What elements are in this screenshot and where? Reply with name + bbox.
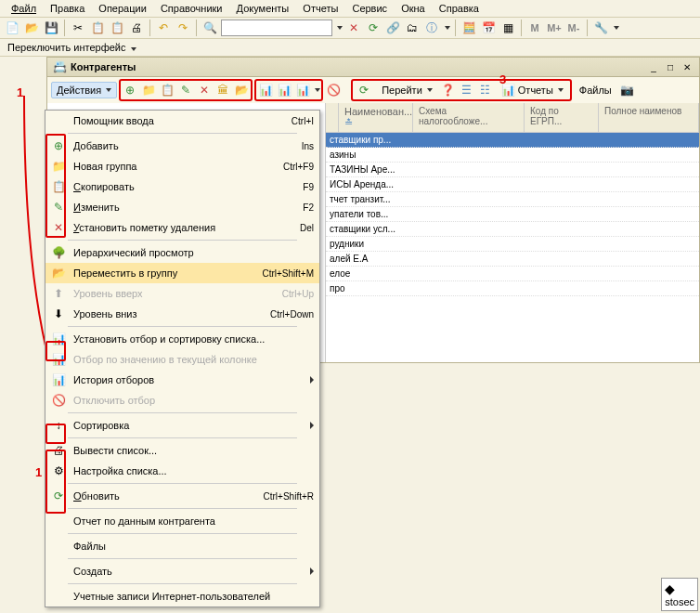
table-row[interactable]: рудники: [326, 237, 699, 252]
menu-separator: [68, 583, 297, 584]
delete-mark-icon[interactable]: ✕: [196, 82, 213, 98]
table-row[interactable]: ИСЫ Аренда...: [326, 177, 699, 192]
menu-item-21[interactable]: Учетные записи Интернет-пользователей: [45, 586, 319, 606]
table-row[interactable]: ставщики усл...: [326, 222, 699, 237]
link-icon[interactable]: 🔗: [384, 20, 401, 36]
menu-item-2[interactable]: 📁Новая группаCtrl+F9: [45, 156, 319, 176]
menu-directories[interactable]: Справочники: [155, 1, 228, 16]
down-icon: ⬇: [51, 306, 66, 321]
add-icon[interactable]: ⊕: [122, 82, 138, 98]
menu-item-15[interactable]: 🖨Вывести список...: [45, 440, 319, 461]
m-plus-button[interactable]: M+: [546, 20, 563, 36]
filter-set-icon[interactable]: 📊: [257, 82, 274, 98]
close-search-icon[interactable]: ✕: [345, 20, 362, 36]
menu-item-0[interactable]: Помощник вводаCtrl+I: [45, 111, 319, 131]
menu-item-14[interactable]: ↕Сортировка: [45, 415, 319, 436]
table-row[interactable]: тчет транзит...: [326, 192, 699, 207]
grid-icon[interactable]: ▦: [499, 20, 516, 36]
menu-item-7[interactable]: 📂Переместить в группуCtrl+Shift+M: [45, 263, 319, 283]
filter-col-icon[interactable]: 📊: [276, 82, 292, 98]
cut-icon[interactable]: ✂: [70, 20, 86, 36]
refresh-icon[interactable]: ⟳: [365, 20, 382, 36]
menu-item-9[interactable]: ⬇Уровень внизCtrl+Down: [45, 304, 319, 324]
menu-service[interactable]: Сервис: [346, 1, 393, 16]
camera-icon[interactable]: 📷: [619, 82, 636, 98]
paste-icon[interactable]: 📋: [109, 20, 125, 36]
menu-label: Отбор по значению в текущей колонке: [73, 354, 314, 365]
col-egrp[interactable]: Код по ЕГРП...: [525, 103, 599, 132]
menu-item-3[interactable]: 📋СкопироватьF9: [45, 176, 319, 197]
menu-item-18[interactable]: Отчет по данным контрагента: [45, 511, 319, 531]
menu-item-4[interactable]: ✎ИзменитьF2: [45, 197, 319, 217]
table-row[interactable]: елое: [326, 267, 699, 281]
search-dropdown[interactable]: [337, 26, 343, 30]
wrench-icon[interactable]: 🔧: [592, 20, 609, 36]
files-button[interactable]: Файлы: [574, 82, 617, 98]
reports-button[interactable]: 📊 Отчеты: [496, 82, 569, 98]
edit-icon[interactable]: ✎: [177, 82, 194, 98]
move-group-icon[interactable]: 📂: [233, 82, 250, 98]
copy-row-icon[interactable]: 📋: [159, 82, 175, 98]
m-minus-button[interactable]: M-: [565, 20, 582, 36]
menu-item-20[interactable]: Создать: [45, 561, 319, 581]
wrench-dropdown[interactable]: [614, 26, 619, 30]
menu-item-1[interactable]: ⊕ДобавитьIns: [45, 136, 319, 156]
menu-separator: [68, 533, 297, 534]
refresh-button[interactable]: ⟳: [354, 82, 374, 98]
interface-switch-link[interactable]: Переключить интерфейс: [7, 42, 136, 53]
hierarchy-icon[interactable]: 🏛: [214, 82, 231, 98]
menu-hotkey: Ctrl+Shift+R: [264, 491, 314, 502]
filter-off-icon[interactable]: 🚫: [325, 82, 342, 98]
menu-documents[interactable]: Документы: [231, 1, 295, 16]
menu-reports[interactable]: Отчеты: [297, 1, 344, 16]
folder-add-icon[interactable]: 📁: [140, 82, 157, 98]
copy-icon[interactable]: 📋: [89, 20, 106, 36]
undo-icon[interactable]: ↶: [155, 20, 172, 36]
open-icon[interactable]: 📂: [23, 20, 40, 36]
col-marker[interactable]: [326, 103, 339, 132]
table-row[interactable]: упатели тов...: [326, 207, 699, 222]
m-button[interactable]: M: [526, 20, 543, 36]
actions-button[interactable]: Действия: [51, 82, 117, 98]
info-icon[interactable]: ⓘ: [423, 20, 440, 36]
col-name[interactable]: Наименован... ≛: [339, 103, 413, 132]
menu-hotkey: Ctrl+I: [292, 116, 314, 126]
menu-item-6[interactable]: 🌳Иерархический просмотр: [45, 242, 319, 263]
table-row[interactable]: ставщики пр...: [326, 133, 699, 148]
col-tax[interactable]: Схема налогообложе...: [413, 103, 525, 132]
menu-file[interactable]: Файл: [6, 1, 42, 16]
table-row[interactable]: азины: [326, 148, 699, 163]
list1-icon[interactable]: ☰: [459, 82, 475, 98]
table-row[interactable]: алей Е.А: [326, 252, 699, 267]
search-icon[interactable]: 🔍: [201, 20, 218, 36]
menu-item-5[interactable]: ✕Установить пометку удаленияDel: [45, 217, 319, 238]
menu-item-17[interactable]: ⟳ОбновитьCtrl+Shift+R: [45, 486, 319, 506]
search-input[interactable]: [221, 20, 332, 36]
menu-item-10[interactable]: 📊Установить отбор и сортировку списка...: [45, 329, 319, 349]
table-row[interactable]: ТАЗИНЫ Аре...: [326, 163, 699, 177]
new-doc-icon[interactable]: 📄: [4, 20, 20, 36]
redo-icon[interactable]: ↷: [175, 20, 191, 36]
table-row[interactable]: про: [326, 281, 699, 296]
col-fullname[interactable]: Полное наименов: [599, 103, 699, 132]
menu-item-19[interactable]: Файлы: [45, 536, 319, 556]
filter-hist-icon[interactable]: 📊: [294, 82, 311, 98]
list2-icon[interactable]: ☷: [477, 82, 494, 98]
calendar-icon[interactable]: 📅: [480, 20, 497, 36]
menu-help[interactable]: Справка: [434, 1, 485, 16]
menu-item-12[interactable]: 📊История отборов: [45, 370, 319, 390]
calc2-icon[interactable]: 🧮: [460, 20, 477, 36]
menu-operations[interactable]: Операции: [93, 1, 151, 16]
info-dropdown[interactable]: [445, 26, 450, 30]
menu-item-16[interactable]: ⚙Настройка списка...: [45, 461, 319, 481]
menu-windows[interactable]: Окна: [395, 1, 431, 16]
help-icon[interactable]: ❓: [440, 82, 457, 98]
save-icon[interactable]: 💾: [43, 20, 59, 36]
menu-edit[interactable]: Правка: [45, 1, 90, 16]
minimize-button[interactable]: _: [647, 60, 660, 73]
maximize-button[interactable]: □: [664, 60, 677, 73]
close-button[interactable]: ✕: [681, 60, 694, 73]
goto-button[interactable]: Перейти: [376, 82, 438, 98]
print-icon[interactable]: 🖨: [128, 20, 145, 36]
calc-icon[interactable]: 🗂: [404, 20, 421, 36]
